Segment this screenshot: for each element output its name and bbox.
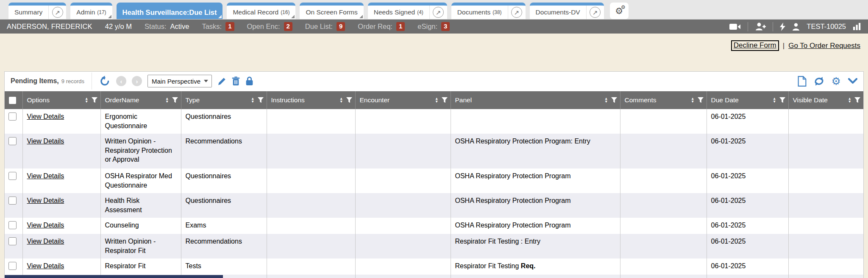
cell-type: Recommendations bbox=[181, 134, 267, 168]
row-checkbox[interactable] bbox=[8, 237, 17, 245]
sort-icon[interactable]: ▲▼ bbox=[251, 97, 254, 103]
sort-icon[interactable]: ▲▼ bbox=[165, 97, 169, 103]
grid-toolbar-right: ⚙ bbox=[798, 76, 857, 87]
delete-perspective-button[interactable] bbox=[232, 76, 240, 86]
filter-icon[interactable] bbox=[779, 97, 785, 103]
view-details-link[interactable]: View Details bbox=[27, 113, 64, 120]
sort-icon[interactable]: ▲▼ bbox=[848, 97, 851, 103]
tasks-stat[interactable]: Tasks: 1 bbox=[202, 22, 234, 31]
table-row: View Details Counseling Exams OSHA Respi… bbox=[5, 218, 863, 234]
cell-instructions bbox=[267, 193, 355, 218]
row-checkbox[interactable] bbox=[8, 262, 17, 270]
next-perspective-button[interactable]: › bbox=[132, 76, 142, 86]
column-header-instructions[interactable]: Instructions ▲▼ bbox=[267, 91, 355, 109]
view-details-link[interactable]: View Details bbox=[27, 222, 64, 229]
tab-health-surveillance-due-list[interactable]: Health Surveillance:Due List bbox=[117, 6, 223, 19]
panel-text-bold: Req. bbox=[521, 262, 536, 270]
person-icon bbox=[792, 23, 800, 31]
view-details-link[interactable]: View Details bbox=[27, 138, 64, 145]
tab-group-health-surveillance-due-list: Health Surveillance:Due List bbox=[117, 3, 223, 19]
column-header-due-date[interactable]: Due Date ▲▼ bbox=[707, 91, 788, 109]
previous-perspective-button[interactable]: ‹ bbox=[116, 76, 126, 86]
tab-on-screen-forms[interactable]: On Screen Forms bbox=[300, 6, 363, 19]
popout-documents-dv-button[interactable]: ↗ bbox=[586, 6, 604, 19]
sort-icon[interactable]: ▲▼ bbox=[773, 97, 776, 103]
tab-documents-dv[interactable]: Documents-DV bbox=[530, 6, 586, 19]
external-link-icon: ↗ bbox=[52, 7, 63, 18]
lock-perspective-button[interactable] bbox=[245, 76, 253, 86]
row-checkbox[interactable] bbox=[8, 112, 17, 121]
row-checkbox[interactable] bbox=[8, 221, 17, 229]
filter-icon[interactable] bbox=[611, 97, 617, 103]
tab-group-documents: Documents(38) ↗ bbox=[451, 3, 526, 19]
column-header-panel[interactable]: Panel ▲▼ bbox=[451, 91, 620, 109]
esign-badge[interactable]: 3 bbox=[441, 22, 450, 31]
undo-button[interactable] bbox=[99, 76, 111, 87]
popout-summary-button[interactable]: ↗ bbox=[48, 6, 66, 19]
view-details-link[interactable]: View Details bbox=[27, 172, 64, 180]
sort-icon[interactable]: ▲▼ bbox=[604, 97, 608, 103]
column-header-options[interactable]: Options ▲▼ bbox=[22, 91, 100, 109]
sort-icon[interactable]: ▲▼ bbox=[85, 97, 88, 103]
sort-icon[interactable]: ▲▼ bbox=[435, 97, 438, 103]
column-header-visible-date[interactable]: Visible Date ▲▼ bbox=[788, 91, 863, 109]
due-list-badge[interactable]: 9 bbox=[337, 22, 345, 31]
video-camera-icon[interactable] bbox=[729, 23, 741, 31]
open-enc-stat[interactable]: Open Enc: 2 bbox=[247, 22, 292, 31]
column-header-ordername[interactable]: OrderName ▲▼ bbox=[100, 91, 181, 109]
cell-due-date: 06-01-2025 bbox=[707, 218, 788, 234]
add-person-icon[interactable] bbox=[755, 22, 766, 31]
sort-icon[interactable]: ▲▼ bbox=[691, 97, 694, 103]
perspective-select[interactable]: Main Perspective bbox=[147, 75, 212, 87]
cell-order-name: Health Risk Assessment bbox=[100, 193, 181, 218]
order-req-badge[interactable]: 1 bbox=[396, 22, 405, 31]
order-req-stat[interactable]: Order Req: 1 bbox=[358, 22, 405, 31]
tab-summary[interactable]: Summary bbox=[8, 6, 48, 19]
panel-text: OSHA Respiratory Protection Program bbox=[455, 197, 571, 204]
select-all-header bbox=[5, 91, 22, 109]
row-checkbox[interactable] bbox=[8, 137, 17, 145]
open-enc-badge[interactable]: 2 bbox=[284, 22, 292, 31]
perspective-value: Main Perspective bbox=[152, 78, 200, 85]
grid-settings-button[interactable]: ⚙ bbox=[832, 76, 841, 87]
status-label: Status: bbox=[145, 22, 166, 31]
filter-icon[interactable] bbox=[258, 97, 264, 103]
row-checkbox[interactable] bbox=[8, 172, 17, 180]
refresh-button[interactable] bbox=[814, 76, 824, 87]
panel-text: Respirator Fit Testing bbox=[455, 262, 521, 270]
column-header-encounter[interactable]: Encounter ▲▼ bbox=[355, 91, 451, 109]
filter-icon[interactable] bbox=[92, 97, 97, 103]
go-to-order-requests-link[interactable]: Go To Order Requests bbox=[788, 42, 860, 50]
tab-admin[interactable]: Admin(17) bbox=[70, 6, 112, 19]
export-document-button[interactable] bbox=[798, 76, 807, 87]
tasks-badge[interactable]: 1 bbox=[225, 22, 234, 31]
select-all-checkbox[interactable] bbox=[9, 97, 16, 104]
filter-icon[interactable] bbox=[698, 97, 704, 103]
column-header-comments[interactable]: Comments ▲▼ bbox=[620, 91, 707, 109]
filter-icon[interactable] bbox=[442, 97, 448, 103]
view-details-link[interactable]: View Details bbox=[27, 238, 64, 245]
filter-icon[interactable] bbox=[854, 97, 860, 103]
tab-documents[interactable]: Documents(38) bbox=[451, 6, 508, 19]
bar-chart-icon[interactable] bbox=[853, 23, 861, 30]
due-list-stat[interactable]: Due List: 9 bbox=[305, 22, 345, 31]
popout-needs-signed-button[interactable]: ↗ bbox=[429, 6, 447, 19]
decline-form-link[interactable]: Decline Form bbox=[731, 40, 779, 51]
popout-documents-button[interactable]: ↗ bbox=[508, 6, 526, 19]
lightning-bolt-icon[interactable] bbox=[780, 22, 785, 31]
tab-needs-signed[interactable]: Needs Signed(4) bbox=[368, 6, 429, 19]
filter-icon[interactable] bbox=[346, 97, 352, 103]
edit-perspective-button[interactable] bbox=[217, 77, 226, 86]
view-details-link[interactable]: View Details bbox=[27, 262, 64, 270]
collapse-chevron-button[interactable] bbox=[848, 78, 857, 84]
esign-stat[interactable]: eSign: 3 bbox=[417, 22, 450, 31]
row-checkbox[interactable] bbox=[8, 197, 17, 205]
sort-icon[interactable]: ▲▼ bbox=[339, 97, 343, 103]
horizontal-scrollbar-thumb[interactable] bbox=[5, 275, 223, 278]
view-details-link[interactable]: View Details bbox=[27, 197, 64, 204]
tab-settings-button[interactable]: ⚙ ⚙ bbox=[610, 3, 629, 19]
column-header-type[interactable]: Type ▲▼ bbox=[181, 91, 267, 109]
tab-label: Summary bbox=[14, 8, 42, 16]
tab-medical-record[interactable]: Medical Record(16) bbox=[227, 6, 295, 19]
filter-icon[interactable] bbox=[172, 97, 178, 103]
